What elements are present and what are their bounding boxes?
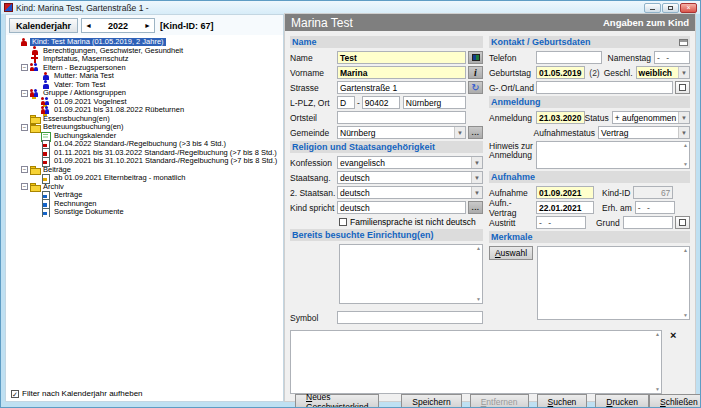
close-button[interactable]: × — [680, 3, 697, 13]
tree-expand-toggle[interactable]: − — [21, 64, 28, 71]
symbol-input[interactable] — [337, 311, 483, 324]
refresh-address-button[interactable]: ↻ — [468, 81, 483, 94]
tree-item[interactable]: −Archiv — [8, 183, 283, 191]
speichern-button[interactable]: Speichern — [401, 394, 461, 408]
tree-item-label: 01.09.2021 bis 31.10.2021 Standard-/Rege… — [52, 157, 279, 165]
einrichtungen-textarea[interactable]: ▲ ▼ — [339, 244, 483, 304]
auswahl-button[interactable]: Auswahl — [489, 246, 533, 260]
year-next-button[interactable]: ► — [141, 22, 154, 29]
aufn-vertrag-input[interactable]: 22.01.2021 — [536, 201, 594, 214]
tree-expand-toggle[interactable]: − — [21, 124, 28, 131]
vorname-input[interactable]: Marina — [337, 66, 466, 79]
konfession-select[interactable]: evangelisch ▼ — [337, 156, 483, 169]
scroll-down-icon[interactable]: ▼ — [683, 162, 688, 167]
year-prev-button[interactable]: ◄ — [82, 22, 95, 29]
chevron-down-icon[interactable]: ▼ — [678, 127, 689, 138]
aufnahme-input[interactable]: 01.09.2021 — [536, 186, 594, 199]
status-select[interactable]: + aufgenommen ▼ — [612, 111, 690, 124]
schlie-en-button[interactable]: Schließen — [649, 394, 701, 408]
strasse-input[interactable]: Gartenstraße 1 — [337, 81, 466, 94]
tree-expand-toggle[interactable]: − — [21, 90, 28, 97]
tree-item-label: Impfstatus, Masernschutz — [41, 55, 130, 63]
neues-geschwisterkind-button[interactable]: Neues Geschwisterkind — [295, 394, 379, 408]
ortsteil-input[interactable] — [337, 111, 466, 124]
konfession-value: evangelisch — [340, 158, 385, 168]
anmeldung-input[interactable]: 21.03.2020 — [536, 111, 585, 124]
tree-expand-toggle[interactable]: − — [21, 166, 28, 173]
tree-item[interactable]: −Gruppe / Aktionsgruppen — [8, 89, 283, 97]
square-icon — [679, 84, 686, 91]
sprache-browse-button[interactable]: ... — [468, 201, 483, 214]
scroll-down-icon[interactable]: ▼ — [476, 297, 481, 302]
staatsang-label: Staatsang. — [290, 173, 337, 183]
scroll-up-icon[interactable]: ▲ — [655, 332, 660, 337]
aufnahmestatus-select[interactable]: Vertrag ▼ — [598, 126, 690, 139]
gort-input[interactable] — [536, 81, 673, 94]
chevron-down-icon[interactable]: ▼ — [471, 157, 482, 168]
scroll-up-icon[interactable]: ▲ — [476, 246, 481, 251]
scroll-down-icon[interactable]: ▼ — [683, 313, 688, 318]
drucken-button[interactable]: Drucken — [595, 394, 649, 408]
familiensprache-checkbox[interactable]: Familiensprache ist nicht deutsch — [339, 216, 483, 227]
staatsan2-select[interactable]: deutsch ▼ — [337, 186, 483, 199]
checkbox-icon[interactable]: ✓ — [11, 390, 19, 398]
namenstag-input[interactable]: - - — [654, 51, 690, 64]
name-index-button[interactable] — [468, 51, 483, 64]
geschl-select[interactable]: weiblich ▼ — [636, 66, 690, 79]
land-input[interactable]: D — [337, 96, 355, 109]
detach-window-icon[interactable] — [679, 39, 688, 46]
tree-item[interactable]: ab 01.09.2021 Elternbeitrag - monatlich — [8, 174, 283, 182]
tree-item[interactable]: Sonstige Dokumente — [8, 208, 283, 216]
kind-spricht-input[interactable]: deutsch — [337, 201, 466, 214]
auswahl-button-label: Auswahl — [495, 248, 527, 258]
austritt-input[interactable]: - - — [536, 216, 586, 229]
erh-am-input[interactable]: - - — [635, 201, 675, 214]
tree-item[interactable]: Verträge — [8, 191, 283, 199]
geburtstag-input[interactable]: 01.05.2019 — [536, 66, 585, 79]
filter-calendar-checkbox[interactable]: ✓ Filter nach Kalenderjahr aufheben — [11, 389, 143, 398]
tree-item[interactable]: 01.09.2021 bis 31.10.2021 Standard-/Rege… — [8, 157, 283, 165]
chevron-down-icon[interactable]: ▼ — [678, 67, 689, 78]
tree-expand-toggle[interactable]: − — [21, 183, 28, 190]
tree-item-label: 01.04.2022 Standard-/Regelbuchung (>3 bi… — [52, 140, 228, 148]
chevron-down-icon[interactable]: ▼ — [471, 172, 482, 183]
maximize-button[interactable] — [662, 3, 679, 13]
ortsteil-label: Ortsteil — [290, 113, 337, 123]
chevron-down-icon[interactable]: ▼ — [471, 187, 482, 198]
staatsang-select[interactable]: deutsch ▼ — [337, 171, 483, 184]
tree-item[interactable]: 01.09.2021 bis 31.08.2022 Rübeturnen — [8, 106, 283, 114]
tree-item[interactable]: 01.04.2022 Standard-/Regelbuchung (>3 bi… — [8, 140, 283, 148]
grund-picker-button[interactable] — [675, 216, 690, 229]
hinweis-textarea[interactable]: ▲ ▼ — [536, 141, 690, 169]
strasse-label: Strasse — [290, 83, 337, 93]
tree-item[interactable]: −Eltern - Bezugspersonen — [8, 64, 283, 72]
gemeinde-select[interactable]: Nürnberg ▼ — [337, 126, 466, 139]
merkmale-textarea[interactable]: ▲ ▼ — [537, 246, 690, 320]
chevron-down-icon[interactable]: ▼ — [678, 112, 689, 123]
ort-input[interactable]: Nürnberg — [403, 96, 466, 109]
folder-icon — [30, 182, 39, 191]
grund-input[interactable] — [623, 216, 673, 229]
checkbox-icon[interactable] — [339, 218, 347, 226]
minimize-button[interactable] — [644, 3, 661, 13]
suchen-button[interactable]: Suchen — [537, 394, 588, 408]
gort-picker-button[interactable] — [675, 81, 690, 94]
tree-item[interactable]: Impfstatus, Masernschutz — [8, 55, 283, 63]
name-input[interactable]: Test — [337, 51, 466, 64]
tree-item[interactable]: Rechnungen — [8, 200, 283, 208]
kind-id-label: Kind-ID — [602, 188, 630, 198]
gemeinde-browse-button[interactable]: ... — [468, 126, 483, 139]
tree-item[interactable]: −Betreuungsbuchung(en) — [8, 123, 283, 131]
tree-item[interactable]: Kind: Test Marina (01.05.2019, 2 Jahre) — [8, 38, 283, 46]
tree-item[interactable]: Mutter: Maria Test — [8, 72, 283, 80]
close-notes-button[interactable]: × — [670, 330, 676, 340]
scroll-up-icon[interactable]: ▲ — [683, 248, 688, 253]
scroll-down-icon[interactable]: ▼ — [655, 387, 660, 392]
info-button[interactable]: i — [468, 66, 483, 79]
notes-textarea[interactable]: ▲ ▼ — [290, 330, 662, 394]
tree-item[interactable]: Vater: Tom Test — [8, 81, 283, 89]
telefon-input[interactable] — [536, 51, 602, 64]
plz-input[interactable]: 90402 — [362, 96, 400, 109]
chevron-down-icon[interactable]: ▼ — [454, 127, 465, 138]
scroll-up-icon[interactable]: ▲ — [683, 143, 688, 148]
